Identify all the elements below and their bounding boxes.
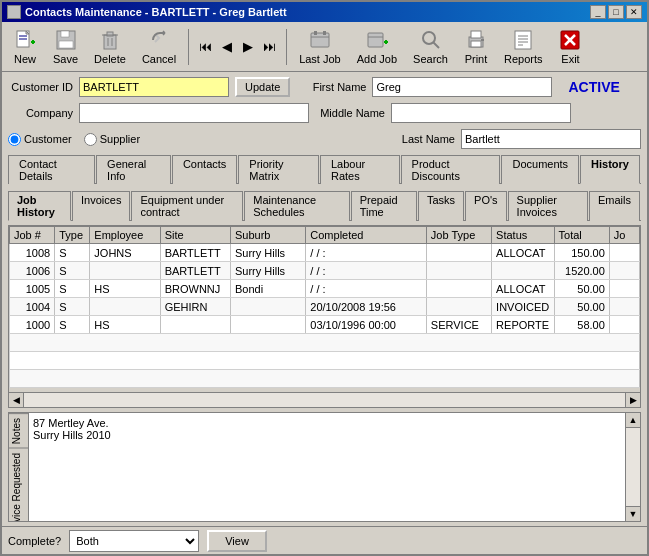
tab-contacts[interactable]: Contacts bbox=[172, 155, 237, 184]
toolbar: New Save Delete Cancel ⏮ bbox=[2, 22, 647, 72]
customer-radio-label[interactable]: Customer bbox=[8, 133, 72, 146]
subtab-tasks[interactable]: Tasks bbox=[418, 191, 464, 221]
scroll-up-button[interactable]: ▲ bbox=[626, 413, 640, 428]
tab-history[interactable]: History bbox=[580, 155, 640, 184]
print-button[interactable]: Print bbox=[458, 25, 494, 68]
table-row bbox=[10, 370, 640, 388]
cell-job-type bbox=[426, 280, 491, 298]
last-name-input[interactable] bbox=[461, 129, 641, 149]
subtab-prepaid[interactable]: Prepaid Time bbox=[351, 191, 417, 221]
table-row[interactable]: 1006 S BARTLETT Surry Hills / / : 1520.0… bbox=[10, 262, 640, 280]
toolbar-sep-1 bbox=[188, 29, 189, 65]
subtab-equipment[interactable]: Equipment under contract bbox=[131, 191, 243, 221]
company-row: Company Middle Name bbox=[8, 102, 641, 124]
subtab-maintenance[interactable]: Maintenance Schedules bbox=[244, 191, 349, 221]
col-completed: Completed bbox=[306, 227, 427, 244]
middle-name-label: Middle Name bbox=[315, 107, 385, 119]
cell-site: GEHIRN bbox=[160, 298, 230, 316]
cancel-button[interactable]: Cancel bbox=[136, 25, 182, 68]
middle-name-input[interactable] bbox=[391, 103, 571, 123]
svg-rect-9 bbox=[104, 35, 116, 49]
nav-first-button[interactable]: ⏮ bbox=[195, 37, 216, 56]
table-row[interactable]: 1000 S HS 03/10/1996 00:00 SERVICE REPOR… bbox=[10, 316, 640, 334]
scroll-left-button[interactable]: ◀ bbox=[9, 393, 24, 408]
tab-general-info[interactable]: General Info bbox=[96, 155, 171, 184]
company-label: Company bbox=[8, 107, 73, 119]
subtab-pos[interactable]: PO's bbox=[465, 191, 507, 221]
cell-employee: HS bbox=[90, 280, 160, 298]
svg-rect-17 bbox=[323, 31, 326, 35]
tab-product-discounts[interactable]: Product Discounts bbox=[401, 155, 501, 184]
scroll-down-button[interactable]: ▼ bbox=[626, 506, 640, 521]
save-button[interactable]: Save bbox=[47, 25, 84, 68]
search-button[interactable]: Search bbox=[407, 25, 454, 68]
complete-select[interactable]: Both Yes No bbox=[69, 530, 199, 552]
bottom-panel: Notes Service Requested Work Performed S… bbox=[8, 412, 641, 522]
table-row[interactable]: 1005 S HS BROWNNJ Bondi / / : ALLOCAT 50… bbox=[10, 280, 640, 298]
tab-labour-rates[interactable]: Labour Rates bbox=[320, 155, 400, 184]
window-title: Contacts Maintenance - BARTLETT - Greg B… bbox=[25, 6, 287, 18]
delete-icon bbox=[98, 28, 122, 52]
update-button[interactable]: Update bbox=[235, 77, 290, 97]
supplier-radio-label[interactable]: Supplier bbox=[84, 133, 140, 146]
cell-jo bbox=[609, 262, 639, 280]
side-tab-notes[interactable]: Notes bbox=[9, 413, 28, 448]
customer-id-label: Customer ID bbox=[8, 81, 73, 93]
cell-job-num: 1000 bbox=[10, 316, 55, 334]
first-name-input[interactable] bbox=[372, 77, 552, 97]
print-label: Print bbox=[465, 53, 488, 65]
job-table-scroll[interactable]: Job # Type Employee Site Suburb Complete… bbox=[9, 226, 640, 392]
customer-id-input[interactable] bbox=[79, 77, 229, 97]
delete-label: Delete bbox=[94, 53, 126, 65]
exit-button[interactable]: Exit bbox=[552, 25, 588, 68]
horizontal-scrollbar[interactable]: ◀ ▶ bbox=[9, 392, 640, 407]
cell-suburb: Bondi bbox=[230, 280, 305, 298]
svg-rect-8 bbox=[59, 41, 73, 48]
add-job-button[interactable]: Add Job bbox=[351, 25, 403, 68]
svg-rect-27 bbox=[481, 39, 484, 41]
cell-job-num: 1006 bbox=[10, 262, 55, 280]
minimize-button[interactable]: _ bbox=[590, 5, 606, 19]
new-label: New bbox=[14, 53, 36, 65]
tab-documents[interactable]: Documents bbox=[501, 155, 579, 184]
tab-contact-details[interactable]: Contact Details bbox=[8, 155, 95, 184]
job-table-container: Job # Type Employee Site Suburb Complete… bbox=[8, 225, 641, 408]
svg-rect-25 bbox=[471, 31, 481, 38]
delete-button[interactable]: Delete bbox=[88, 25, 132, 68]
table-row[interactable]: 1008 S JOHNS BARTLETT Surry Hills / / : … bbox=[10, 244, 640, 262]
nav-last-button[interactable]: ⏭ bbox=[259, 37, 280, 56]
cell-employee: HS bbox=[90, 316, 160, 334]
scroll-track[interactable] bbox=[626, 428, 640, 506]
col-site: Site bbox=[160, 227, 230, 244]
subtab-emails[interactable]: Emails bbox=[589, 191, 640, 221]
scroll-right-button[interactable]: ▶ bbox=[625, 393, 640, 408]
col-employee: Employee bbox=[90, 227, 160, 244]
customer-radio[interactable] bbox=[8, 133, 21, 146]
subtab-supplier-invoices[interactable]: Supplier Invoices bbox=[508, 191, 588, 221]
view-button[interactable]: View bbox=[207, 530, 267, 552]
table-row bbox=[10, 352, 640, 370]
cell-total: 50.00 bbox=[554, 280, 609, 298]
supplier-radio[interactable] bbox=[84, 133, 97, 146]
table-row[interactable]: 1004 S GEHIRN 20/10/2008 19:56 INVOICED … bbox=[10, 298, 640, 316]
search-icon-btn bbox=[419, 28, 443, 52]
tab-priority-matrix[interactable]: Priority Matrix bbox=[238, 155, 319, 184]
cell-jo bbox=[609, 280, 639, 298]
cell-job-type: SERVICE bbox=[426, 316, 491, 334]
complete-label: Complete? bbox=[8, 535, 61, 547]
new-button[interactable]: New bbox=[7, 25, 43, 68]
job-table: Job # Type Employee Site Suburb Complete… bbox=[9, 226, 640, 388]
subtab-job-history[interactable]: Job History bbox=[8, 191, 71, 221]
svg-line-23 bbox=[433, 42, 439, 48]
company-input[interactable] bbox=[79, 103, 309, 123]
side-tab-service[interactable]: Service Requested bbox=[9, 448, 28, 522]
reports-button[interactable]: Reports bbox=[498, 25, 549, 68]
scroll-htrack[interactable] bbox=[24, 393, 625, 407]
cell-employee bbox=[90, 298, 160, 316]
nav-next-button[interactable]: ▶ bbox=[238, 37, 258, 56]
maximize-button[interactable]: □ bbox=[608, 5, 624, 19]
subtab-invoices[interactable]: Invoices bbox=[72, 191, 130, 221]
nav-prev-button[interactable]: ◀ bbox=[217, 37, 237, 56]
last-job-button[interactable]: Last Job bbox=[293, 25, 347, 68]
close-button[interactable]: ✕ bbox=[626, 5, 642, 19]
